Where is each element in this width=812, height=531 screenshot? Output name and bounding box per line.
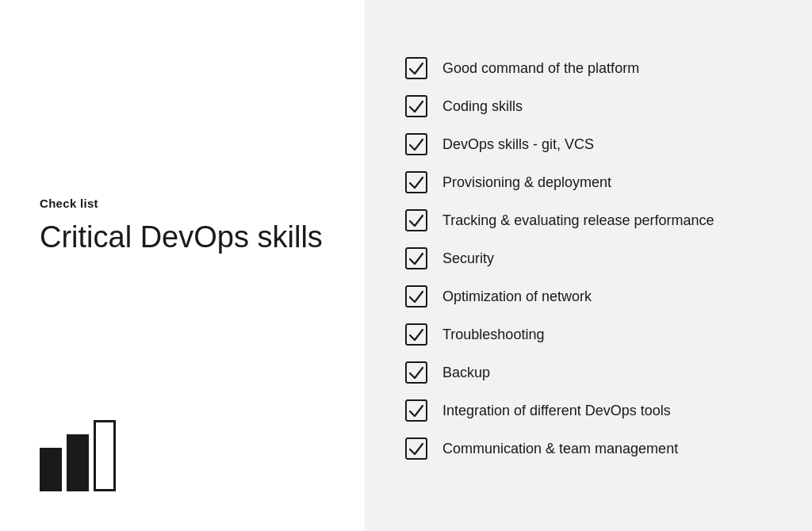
check-list-label: Check list <box>40 197 325 210</box>
main-title: Critical DevOps skills <box>40 220 325 256</box>
list-item: Troubleshooting <box>404 323 772 346</box>
item-label: DevOps skills - git, VCS <box>442 136 594 153</box>
svg-rect-0 <box>406 58 427 78</box>
svg-rect-10 <box>406 438 427 459</box>
svg-rect-6 <box>406 286 427 307</box>
item-label: Coding skills <box>442 98 523 115</box>
item-label: Good command of the platform <box>442 60 639 77</box>
list-item: Communication & team management <box>404 437 772 460</box>
svg-rect-4 <box>406 210 427 231</box>
left-panel: Check list Critical DevOps skills <box>0 0 365 531</box>
left-content: Check list Critical DevOps skills <box>40 32 325 420</box>
list-item: Tracking & evaluating release performanc… <box>404 208 772 232</box>
svg-rect-2 <box>406 134 427 155</box>
list-item: Coding skills <box>404 94 772 118</box>
checkbox-icon <box>404 399 428 422</box>
item-label: Troubleshooting <box>442 327 544 343</box>
list-item: Backup <box>404 361 772 384</box>
checkbox-icon <box>404 246 428 270</box>
checkbox-icon <box>404 208 428 232</box>
bar-chart <box>40 420 325 499</box>
item-label: Provisioning & deployment <box>442 174 611 191</box>
svg-rect-5 <box>406 248 427 269</box>
svg-rect-7 <box>406 324 427 345</box>
list-item: Provisioning & deployment <box>404 170 772 194</box>
list-item: Security <box>404 246 772 270</box>
list-item: Optimization of network <box>404 285 772 308</box>
svg-rect-8 <box>406 362 427 383</box>
checkbox-icon <box>404 132 428 156</box>
bar-2 <box>67 434 89 491</box>
svg-rect-3 <box>406 172 427 193</box>
svg-rect-1 <box>406 96 427 117</box>
list-item: Good command of the platform <box>404 56 772 80</box>
right-panel: Good command of the platformCoding skill… <box>365 0 812 531</box>
bar-1 <box>40 448 62 491</box>
item-label: Tracking & evaluating release performanc… <box>442 212 714 229</box>
item-label: Security <box>442 250 494 267</box>
checkbox-icon <box>404 56 428 80</box>
checkbox-icon <box>404 437 428 460</box>
checkbox-icon <box>404 285 428 308</box>
item-label: Backup <box>442 365 490 381</box>
item-label: Communication & team management <box>442 441 678 457</box>
bar-3 <box>94 420 116 491</box>
checkbox-icon <box>404 361 428 384</box>
list-item: DevOps skills - git, VCS <box>404 132 772 156</box>
checkbox-icon <box>404 323 428 346</box>
item-label: Optimization of network <box>442 288 592 305</box>
checkbox-icon <box>404 94 428 118</box>
checkbox-icon <box>404 170 428 194</box>
svg-rect-9 <box>406 400 427 421</box>
item-label: Integration of different DevOps tools <box>442 403 671 419</box>
list-item: Integration of different DevOps tools <box>404 399 772 422</box>
